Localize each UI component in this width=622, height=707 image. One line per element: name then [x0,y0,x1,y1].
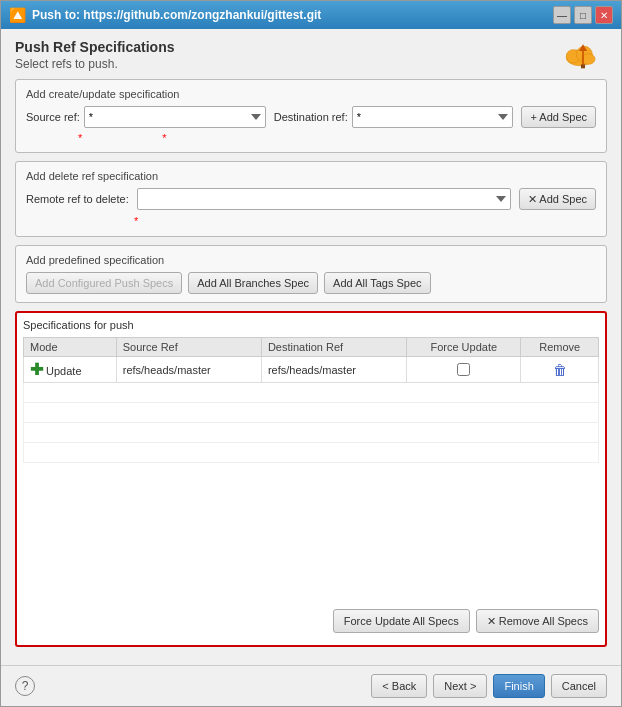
maximize-button[interactable]: □ [574,6,592,24]
source-ref-select[interactable]: * [84,106,266,128]
window-icon: 🔼 [9,7,26,23]
row-destination-ref: refs/heads/master [261,357,406,383]
finish-button[interactable]: Finish [493,674,544,698]
specs-table: Mode Source Ref Destination Ref Force Up… [23,337,599,463]
remote-ref-select[interactable] [137,188,511,210]
footer-buttons: < Back Next > Finish Cancel [371,674,607,698]
empty-row-2 [24,403,599,423]
row-force-update-cell [407,357,521,383]
window-title: Push to: https://github.com/zongzhankui/… [32,8,321,22]
cloud-icon-container [563,39,603,69]
main-window: 🔼 Push to: https://github.com/zongzhanku… [0,0,622,707]
title-bar-controls: — □ ✕ [553,6,613,24]
create-update-form-row: Source ref: * Destination ref: * + Add S… [26,106,596,128]
minimize-button[interactable]: — [553,6,571,24]
delete-form-row: Remote ref to delete: ✕ Add Spec [26,188,596,210]
add-row-icon: ✚ [30,361,43,378]
specifications-title: Specifications for push [23,319,599,331]
col-source-ref: Source Ref [116,338,261,357]
table-row: ✚ Update refs/heads/master refs/heads/ma… [24,357,599,383]
back-button[interactable]: < Back [371,674,427,698]
page-subtitle: Select refs to push. [15,57,174,71]
destination-ref-label: Destination ref: [274,111,348,123]
empty-row-4 [24,443,599,463]
add-tags-spec-button[interactable]: Add All Tags Spec [324,272,430,294]
delete-section: Add delete ref specification Remote ref … [15,161,607,237]
remove-all-button[interactable]: ✕ Remove All Specs [476,609,599,633]
create-update-title: Add create/update specification [26,88,596,100]
delete-title: Add delete ref specification [26,170,596,182]
title-bar: 🔼 Push to: https://github.com/zongzhanku… [1,1,621,29]
source-ref-group: Source ref: * [26,106,266,128]
row-source-ref: refs/heads/master [116,357,261,383]
title-bar-left: 🔼 Push to: https://github.com/zongzhanku… [9,7,321,23]
predefined-buttons-row: Add Configured Push Specs Add All Branch… [26,272,596,294]
predefined-title: Add predefined specification [26,254,596,266]
col-destination-ref: Destination Ref [261,338,406,357]
create-update-section: Add create/update specification Source r… [15,79,607,153]
specs-table-header: Mode Source Ref Destination Ref Force Up… [24,338,599,357]
source-ref-label: Source ref: [26,111,80,123]
close-button[interactable]: ✕ [595,6,613,24]
add-configured-push-specs-button[interactable]: Add Configured Push Specs [26,272,182,294]
specs-table-container: Mode Source Ref Destination Ref Force Up… [23,337,599,605]
remove-row-icon[interactable]: 🗑 [553,362,567,378]
remote-ref-label: Remote ref to delete: [26,193,129,205]
predefined-section: Add predefined specification Add Configu… [15,245,607,303]
col-force-update: Force Update [407,338,521,357]
specifications-section: Specifications for push Mode Source Ref … [15,311,607,647]
row-add-icon: ✚ Update [24,357,117,383]
page-title: Push Ref Specifications [15,39,174,55]
row-remove-cell: 🗑 [521,357,599,383]
force-update-checkbox[interactable] [457,363,470,376]
force-update-all-button[interactable]: Force Update All Specs [333,609,470,633]
empty-row-1 [24,383,599,403]
remote-asterisk: * [134,215,138,227]
destination-ref-group: Destination ref: * [274,106,514,128]
col-remove: Remove [521,338,599,357]
cloud-icon [563,39,603,69]
empty-row-3 [24,423,599,443]
row-mode: Update [46,365,81,377]
footer: ? < Back Next > Finish Cancel [1,665,621,706]
next-button[interactable]: Next > [433,674,487,698]
source-asterisk: * [78,132,82,144]
col-mode: Mode [24,338,117,357]
svg-rect-6 [581,64,585,68]
add-branches-spec-button[interactable]: Add All Branches Spec [188,272,318,294]
delete-add-spec-button[interactable]: ✕ Add Spec [519,188,596,210]
dest-asterisk: * [162,132,166,144]
content-area: Push Ref Specifications Select refs to p… [1,29,621,665]
bottom-buttons-row: Force Update All Specs ✕ Remove All Spec… [23,609,599,633]
header-row: Push Ref Specifications Select refs to p… [15,39,607,71]
destination-ref-select[interactable]: * [352,106,514,128]
add-spec-button[interactable]: + Add Spec [521,106,596,128]
cancel-button[interactable]: Cancel [551,674,607,698]
page-header: Push Ref Specifications Select refs to p… [15,39,174,71]
help-button[interactable]: ? [15,676,35,696]
